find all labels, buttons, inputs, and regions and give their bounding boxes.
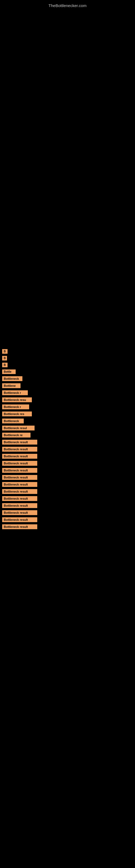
result-item: Bottleneck result	[0, 475, 135, 480]
result-item: Bottleneck result	[0, 517, 135, 522]
bottleneck-result-label[interactable]: Bottleneck result	[2, 454, 37, 459]
bottleneck-result-label[interactable]: Bottleneck result	[2, 440, 37, 444]
result-item: Bottlene	[0, 383, 135, 388]
bottleneck-result-label[interactable]: Bottleneck resul	[2, 426, 35, 431]
result-item: Bottleneck result	[0, 454, 135, 459]
result-item: Bottleneck	[0, 376, 135, 381]
result-item: Bottleneck result	[0, 503, 135, 508]
result-item: Bottleneck r	[0, 404, 135, 409]
result-item: Bottleneck resul	[0, 426, 135, 431]
bottleneck-result-label[interactable]: Bottleneck r	[2, 390, 28, 395]
result-item: Bottleneck result	[0, 482, 135, 487]
result-item: Bottleneck result	[0, 440, 135, 444]
result-item: Bottleneck result	[0, 524, 135, 529]
result-item: Bottleneck result	[0, 496, 135, 501]
bottleneck-result-label[interactable]: Bottleneck re	[2, 433, 31, 437]
bottleneck-result-label[interactable]: Bottleneck result	[2, 517, 37, 522]
bottleneck-result-label[interactable]: Bottleneck result	[2, 510, 37, 515]
bottleneck-result-label[interactable]: Bottleneck result	[2, 489, 37, 494]
result-item: Bottleneck result	[0, 468, 135, 473]
result-item: B	[0, 349, 135, 354]
bottleneck-result-label[interactable]: Bottleneck result	[2, 461, 37, 466]
bottleneck-result-label[interactable]: Bottleneck result	[2, 468, 37, 473]
bottleneck-result-label[interactable]: B	[2, 363, 8, 367]
result-item: B	[0, 356, 135, 361]
result-item: Bottleneck r	[0, 390, 135, 395]
result-item: Bottleneck	[0, 418, 135, 424]
bottleneck-result-label[interactable]: Bottleneck result	[2, 475, 37, 480]
bottleneck-result-label[interactable]: B	[2, 349, 8, 354]
result-item: Bottleneck result	[0, 461, 135, 466]
bottleneck-result-label[interactable]: Bottleneck resu	[2, 397, 32, 402]
bottleneck-result-label[interactable]: Bottleneck r	[2, 404, 29, 409]
results-container: BBBBottleBottleneckBottleneBottleneck rB…	[0, 349, 135, 542]
result-item: Bottleneck result	[0, 510, 135, 515]
bottleneck-result-label[interactable]: Bottleneck res	[2, 411, 32, 416]
bottleneck-result-label[interactable]: Bottleneck result	[2, 482, 37, 487]
result-item: B	[0, 363, 135, 367]
result-item: Bottleneck result	[0, 447, 135, 452]
result-item: Bottleneck re	[0, 433, 135, 437]
result-item: Bottleneck result	[0, 489, 135, 494]
result-item: Bottle	[0, 369, 135, 374]
bottleneck-result-label[interactable]: Bottleneck result	[2, 524, 37, 529]
result-item: Bottleneck resu	[0, 397, 135, 402]
bottleneck-result-label[interactable]: Bottleneck result	[2, 496, 37, 501]
bottleneck-result-label[interactable]: Bottleneck result	[2, 503, 37, 508]
bottleneck-result-label[interactable]: B	[2, 356, 7, 361]
bottleneck-result-label[interactable]: Bottleneck	[2, 376, 22, 381]
bottleneck-result-label[interactable]: Bottleneck result	[2, 447, 37, 452]
bottleneck-result-label[interactable]: Bottlene	[2, 383, 20, 388]
site-title: TheBottlenecker.com	[0, 0, 135, 10]
bottleneck-result-label[interactable]: Bottle	[2, 369, 16, 374]
bottleneck-result-label[interactable]: Bottleneck	[2, 418, 24, 424]
result-item: Bottleneck res	[0, 411, 135, 416]
